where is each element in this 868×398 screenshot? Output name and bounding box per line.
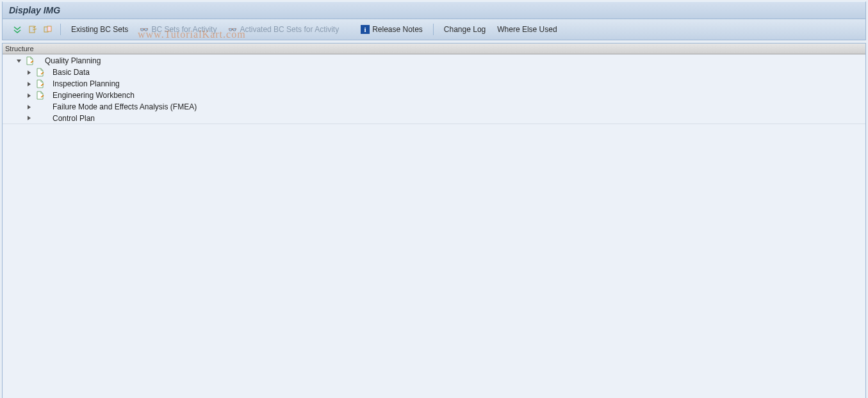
expand-arrow-icon[interactable] [26, 104, 32, 110]
tree-item-label[interactable]: Control Plan [46, 114, 95, 123]
tree-root-row[interactable]: Quality Planning [3, 55, 865, 67]
tree-row[interactable]: Engineering Workbench [3, 90, 865, 101]
document-icon[interactable] [35, 90, 45, 100]
release-notes-label: Release Notes [372, 25, 423, 34]
img-tree[interactable]: Quality Planning Basic Data Inspection P… [3, 54, 865, 398]
tree-row[interactable]: Failure Mode and Effects Analysis (FMEA) [3, 101, 865, 113]
bc-sets-for-activity-button: 👓 BC Sets for Activity [135, 22, 222, 37]
tree-item-label[interactable]: Basic Data [46, 68, 90, 77]
existing-bc-sets-button[interactable]: Existing BC Sets [66, 22, 133, 37]
tree-root-label[interactable]: Quality Planning [36, 56, 101, 65]
change-log-label: Change Log [444, 25, 486, 34]
existing-bc-sets-label: Existing BC Sets [71, 25, 128, 34]
document-icon[interactable] [35, 79, 45, 89]
bc-sets-for-activity-label: BC Sets for Activity [151, 25, 217, 34]
expand-arrow-icon[interactable] [26, 81, 32, 87]
document-icon[interactable] [24, 56, 35, 66]
activated-bc-sets-button: 👓 Activated BC Sets for Activity [223, 22, 344, 37]
expand-arrow-icon[interactable] [26, 92, 32, 99]
separator [60, 24, 61, 35]
separator [433, 24, 434, 35]
change-log-button[interactable]: Change Log [439, 22, 491, 37]
main-toolbar: Existing BC Sets 👓 BC Sets for Activity … [2, 19, 866, 40]
info-icon: i [361, 25, 370, 34]
glasses-icon: 👓 [140, 26, 149, 34]
tree-row[interactable]: Inspection Planning [3, 78, 865, 90]
structure-column-header[interactable]: Structure [3, 44, 865, 54]
activated-bc-sets-label: Activated BC Sets for Activity [240, 25, 339, 34]
collapse-arrow-icon[interactable] [15, 58, 22, 64]
svg-rect-2 [47, 26, 51, 31]
expand-arrow-icon[interactable] [26, 69, 32, 76]
expand-arrow-icon[interactable] [26, 115, 32, 122]
glasses-icon: 👓 [228, 26, 237, 34]
tree-item-label[interactable]: Engineering Workbench [46, 91, 135, 100]
content-area: Structure Quality Planning Basic Data [2, 43, 866, 398]
document-icon[interactable] [35, 67, 45, 77]
page-title: Display IMG [9, 5, 60, 15]
tree-item-label[interactable]: Failure Mode and Effects Analysis (FMEA) [46, 102, 197, 111]
where-else-used-button[interactable]: Where Else Used [492, 22, 562, 37]
release-notes-button[interactable]: i Release Notes [356, 22, 428, 37]
additional-info-icon[interactable] [41, 22, 55, 36]
find-icon[interactable] [26, 22, 40, 36]
expand-all-icon[interactable] [10, 22, 24, 36]
tree-row[interactable]: Basic Data [3, 67, 865, 78]
title-bar: Display IMG [2, 1, 866, 19]
tree-row[interactable]: Control Plan [3, 113, 865, 124]
tree-item-label[interactable]: Inspection Planning [46, 79, 120, 88]
where-else-used-label: Where Else Used [497, 25, 557, 34]
